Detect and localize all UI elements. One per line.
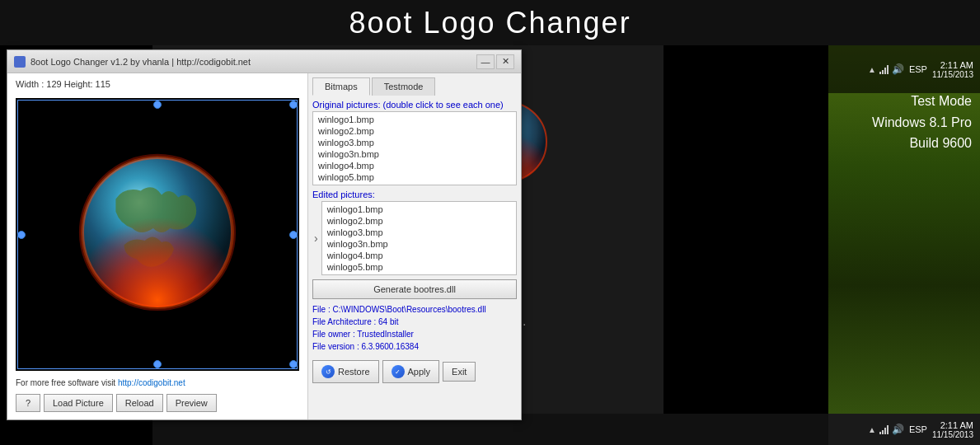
taskbar-right: ▲ 🔊 ESP 2:11 AM 11/15/2013 <box>828 414 980 445</box>
tab-bar: Bitmaps Testmode <box>312 77 517 96</box>
handle-left[interactable] <box>17 231 26 239</box>
generate-button[interactable]: Generate bootres.dll <box>312 279 517 299</box>
top-taskbar-right: ▲ 🔊 ESP 2:11 AM 11/15/2013 <box>828 45 980 93</box>
tab-content: Original pictures: (double click to see … <box>312 100 517 415</box>
list-item[interactable]: winlogo3.bmp <box>324 227 514 238</box>
apply-button[interactable]: ✓ Apply <box>382 360 440 383</box>
preview-button[interactable]: Preview <box>166 394 217 412</box>
question-button[interactable]: ? <box>16 394 40 412</box>
close-button[interactable]: ✕ <box>496 54 514 69</box>
dimensions-label: Width : 129 Height: 115 <box>12 77 303 91</box>
test-mode-line3: Build 9600 <box>872 133 972 154</box>
test-mode-line1: Test Mode <box>872 91 972 112</box>
list-item[interactable]: winlogo5.bmp <box>315 171 514 183</box>
background-top: 8oot Logo Changer <box>0 0 980 45</box>
list-item[interactable]: winlogo3n.bmp <box>324 238 514 250</box>
handle-bottom[interactable] <box>153 360 162 368</box>
action-buttons: ↺ Restore ✓ Apply Exit <box>312 360 517 383</box>
window-titlebar: 8oot Logo Changer v1.2 by vhanla | http:… <box>7 50 521 73</box>
arrow-indicator: › <box>312 201 320 275</box>
tab-bitmaps[interactable]: Bitmaps <box>312 77 370 96</box>
edited-list-container: › winlogo1.bmp winlogo2.bmp winlogo3.bmp… <box>312 201 517 275</box>
window-body: Width : 129 Height: 115 <box>7 73 521 419</box>
exit-button[interactable]: Exit <box>443 362 476 382</box>
handle-bottom-right[interactable] <box>289 360 298 368</box>
edited-label: Edited pictures: <box>312 190 517 199</box>
notification-area: ▲ 🔊 <box>868 63 904 75</box>
edited-section: Edited pictures: › winlogo1.bmp winlogo2… <box>312 190 517 275</box>
top-taskbar-clock: 2:11 AM 11/15/2013 <box>932 60 973 79</box>
taskbar-notif: ▲ 🔊 <box>868 424 904 435</box>
footer-link[interactable]: http://codigobit.net <box>118 378 185 387</box>
list-item[interactable]: winlogo5.bmp <box>324 261 514 273</box>
handle-top[interactable] <box>153 101 162 109</box>
app-window: 8oot Logo Changer v1.2 by vhanla | http:… <box>7 49 522 420</box>
tab-testmode[interactable]: Testmode <box>372 77 436 96</box>
taskbar-lang: ESP <box>909 424 927 434</box>
signal-icon <box>879 64 889 74</box>
taskbar-signal-icon <box>879 424 889 434</box>
list-item[interactable]: winlogo1.bmp <box>324 204 514 215</box>
test-mode-line2: Windows 8.1 Pro <box>872 112 972 134</box>
list-item[interactable]: winlogo1.bmp <box>315 114 514 125</box>
list-item[interactable]: winlogo2.bmp <box>315 125 514 137</box>
load-picture-button[interactable]: Load Picture <box>44 394 113 412</box>
original-file-list: winlogo1.bmp winlogo2.bmp winlogo3.bmp w… <box>312 111 517 185</box>
reload-button[interactable]: Reload <box>116 394 163 412</box>
window-app-icon <box>14 56 26 68</box>
handle-right[interactable] <box>289 231 298 239</box>
original-label: Original pictures: (double click to see … <box>312 100 517 110</box>
original-section: Original pictures: (double click to see … <box>312 100 517 185</box>
list-item[interactable]: winlogo2.bmp <box>324 215 514 227</box>
volume-icon: 🔊 <box>892 63 904 75</box>
list-item[interactable]: winlogo3n.bmp <box>315 148 514 160</box>
handle-top-right[interactable] <box>289 101 298 109</box>
app-bg-title: 8oot Logo Changer <box>349 6 631 40</box>
taskbar-volume-icon: 🔊 <box>892 424 904 435</box>
footer-text: For more free software visit http://codi… <box>12 375 303 391</box>
restore-button[interactable]: ↺ Restore <box>312 360 379 383</box>
top-taskbar-lang: ESP <box>909 64 927 74</box>
apply-icon: ✓ <box>392 365 405 378</box>
edited-file-list: winlogo1.bmp winlogo2.bmp winlogo3.bmp w… <box>321 201 517 275</box>
selection-box <box>17 100 298 369</box>
file-info: File : C:\WINDOWS\Boot\Resources\bootres… <box>312 303 517 353</box>
window-controls: — ✕ <box>476 54 514 69</box>
bottom-buttons: ? Load Picture Reload Preview <box>12 391 303 415</box>
list-item[interactable]: winlogo3.bmp <box>315 137 514 148</box>
restore-icon: ↺ <box>321 365 335 378</box>
left-panel: Width : 129 Height: 115 <box>7 73 308 419</box>
list-item[interactable]: winlogo4.bmp <box>324 250 514 261</box>
test-mode-overlay: Test Mode Windows 8.1 Pro Build 9600 <box>872 91 972 154</box>
minimize-button[interactable]: — <box>476 54 495 69</box>
window-title-text: 8oot Logo Changer v1.2 by vhanla | http:… <box>30 57 471 67</box>
image-preview-area <box>16 98 299 371</box>
taskbar-clock: 2:11 AM 11/15/2013 <box>932 420 973 439</box>
list-item[interactable]: winlogo4.bmp <box>315 160 514 171</box>
right-panel: Bitmaps Testmode Original pictures: (dou… <box>308 73 521 419</box>
